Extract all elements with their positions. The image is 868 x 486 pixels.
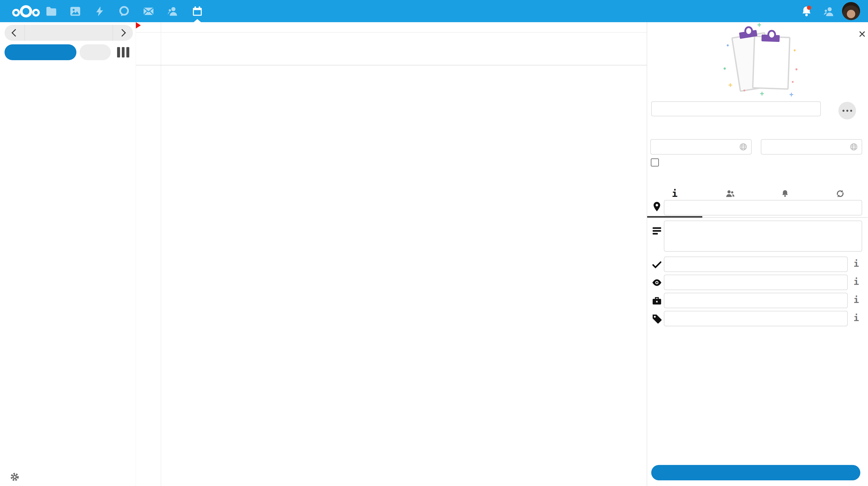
busy-briefcase-icon: [651, 295, 662, 306]
freebusy-info-icon[interactable]: [852, 294, 861, 306]
description-textarea[interactable]: [664, 221, 862, 252]
categories-input[interactable]: [664, 311, 848, 326]
timezone-globe-icon[interactable]: [849, 143, 858, 151]
categories-tag-icon: [651, 313, 662, 324]
activity-icon[interactable]: [94, 5, 105, 17]
chevron-right-icon: [118, 29, 126, 37]
freebusy-select[interactable]: [664, 293, 848, 308]
previous-week-button[interactable]: [4, 25, 24, 41]
new-event-button[interactable]: [4, 44, 76, 60]
files-icon[interactable]: [45, 5, 57, 17]
gear-icon: [9, 472, 20, 482]
event-editor-panel: ×: [647, 22, 868, 486]
status-info-icon[interactable]: [852, 258, 861, 270]
description-icon: [651, 225, 662, 236]
status-select[interactable]: [664, 257, 848, 272]
sidebar: [0, 22, 135, 486]
categories-info-icon[interactable]: [852, 313, 861, 324]
visibility-info-icon[interactable]: [852, 277, 861, 288]
active-app-indicator: [194, 19, 201, 22]
today-button[interactable]: [80, 44, 111, 60]
location-input[interactable]: [664, 200, 862, 216]
current-time-arrow: [136, 22, 141, 29]
attendees-icon: [725, 189, 735, 199]
visibility-eye-icon: [651, 277, 662, 288]
event-actions-menu-button[interactable]: [838, 102, 856, 119]
nextcloud-calendar-app: ×: [0, 0, 868, 486]
calendar-week-view: [135, 22, 647, 486]
nextcloud-logo[interactable]: [9, 4, 43, 18]
user-avatar[interactable]: [842, 2, 860, 20]
calendar-icon[interactable]: [191, 5, 203, 17]
end-datetime-field[interactable]: [761, 139, 862, 154]
status-check-icon: [651, 259, 662, 270]
repeat-icon: [835, 189, 845, 199]
clipboard-illustration: [722, 26, 799, 94]
chevron-left-icon: [11, 29, 19, 37]
all-day-checkbox[interactable]: [651, 159, 659, 167]
talk-icon[interactable]: [118, 5, 130, 17]
contacts-menu-icon[interactable]: [823, 5, 835, 18]
photos-icon[interactable]: [69, 5, 81, 17]
all-day-toggle[interactable]: [651, 159, 664, 167]
close-icon[interactable]: ×: [855, 27, 868, 41]
info-icon: [672, 189, 677, 198]
contacts-icon[interactable]: [167, 5, 179, 17]
timezone-globe-icon[interactable]: [739, 143, 747, 151]
location-pin-icon: [651, 201, 662, 212]
start-datetime-field[interactable]: [650, 139, 752, 154]
update-button[interactable]: [651, 465, 860, 480]
mail-icon[interactable]: [143, 5, 154, 17]
week-navigation[interactable]: [4, 25, 133, 41]
view-switcher-icon[interactable]: [117, 47, 129, 57]
reminder-bell-icon: [780, 189, 790, 199]
settings-import[interactable]: [0, 469, 135, 485]
event-title-input[interactable]: [651, 102, 821, 116]
visibility-select[interactable]: [664, 275, 848, 290]
top-navigation-bar: [0, 0, 868, 22]
next-week-button[interactable]: [113, 25, 133, 41]
notifications-bell-icon[interactable]: [800, 5, 813, 18]
